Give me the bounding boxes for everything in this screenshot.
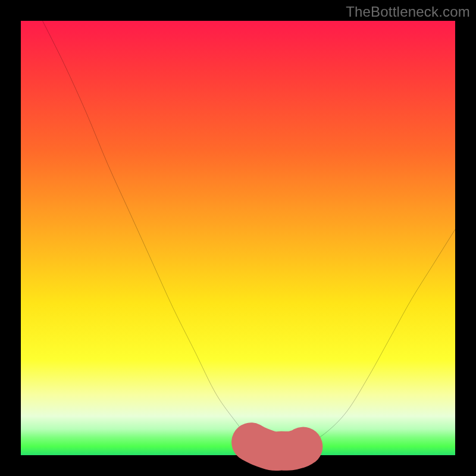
- plot-background-gradient: [21, 21, 455, 455]
- watermark-text: TheBottleneck.com: [346, 4, 470, 20]
- optimal-zone-highlight: [21, 21, 455, 455]
- chart-frame: TheBottleneck.com: [0, 0, 476, 476]
